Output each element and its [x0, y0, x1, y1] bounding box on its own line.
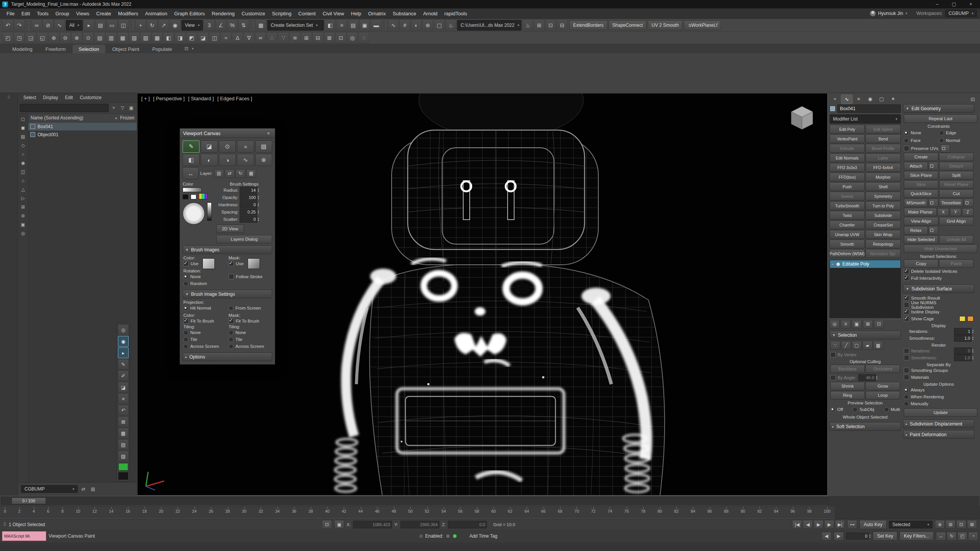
axis-button[interactable]: Z [962, 208, 973, 216]
spinner-arrows[interactable]: ▴▾ [972, 349, 973, 353]
make-planar-button[interactable]: Make Planar [904, 208, 937, 216]
polygon-icon[interactable]: ▰ [862, 341, 872, 350]
constraint-option[interactable]: Edge [939, 129, 973, 136]
modifier-button[interactable]: Symmetry [866, 192, 901, 201]
zoom-tool[interactable]: ⊕ [255, 154, 272, 166]
dialog-title-bar[interactable]: Viewport Canvas × [180, 129, 275, 138]
modifier-button[interactable]: PathDeform (WSM) [830, 249, 865, 258]
close-dialog-icon[interactable]: × [265, 130, 272, 136]
swap-icon[interactable]: ⇄ [80, 485, 87, 493]
filter-lights-icon[interactable]: ◉ [19, 159, 27, 167]
modifier-button[interactable]: Turn to Poly [866, 201, 901, 210]
timeline[interactable]: 0 2 4 6 8 10 12 14 16 18 20 22 24 26 28 [0, 506, 980, 519]
turbosmooth-icon[interactable]: ∆ [232, 32, 243, 43]
edit-geometry-button[interactable]: Slice Plane [904, 171, 938, 179]
select-object-icon[interactable]: ▸ [83, 20, 95, 31]
edit-geometry-button[interactable]: Split [939, 171, 973, 179]
smooth-icon[interactable]: ≈ [220, 32, 232, 43]
blur-tool[interactable]: ≈ [237, 140, 254, 153]
color-palette-icon[interactable]: ▨ [118, 451, 129, 461]
spinner-arrows[interactable]: ▴▾ [972, 336, 973, 341]
curve-editor-icon[interactable]: ∿ [388, 20, 399, 31]
stack-item-editable-poly[interactable]: ▸ Editable Poly [830, 260, 900, 268]
color-fit-to-brush-checkbox[interactable] [183, 318, 189, 324]
edit-geometry-button[interactable]: Collapse [939, 153, 973, 161]
value-slider[interactable] [207, 202, 212, 221]
close-button[interactable]: × [964, 0, 978, 8]
clear-search-icon[interactable]: × [110, 104, 118, 112]
spinner-arrows[interactable]: ▴▾ [258, 188, 259, 192]
ribbon-tab[interactable]: Freeform [39, 45, 72, 53]
outline-icon[interactable]: ▦ [117, 32, 128, 43]
modifier-button[interactable]: Sweep [830, 192, 865, 201]
select-by-name-icon[interactable]: ▤ [95, 20, 106, 31]
pan-tool[interactable]: ↔ [183, 167, 199, 179]
checkbox-icon[interactable] [904, 316, 909, 321]
grow-button[interactable]: Grow [866, 382, 900, 390]
filter-helpers-icon[interactable]: ⌂ [19, 177, 27, 184]
foreground-color-swatch[interactable] [183, 194, 188, 199]
motion-tab-icon[interactable]: ◉ [865, 95, 875, 103]
modifier-button[interactable]: Push [830, 182, 865, 191]
modifier-button[interactable]: Bevel Profile [866, 144, 901, 153]
grid-align-button[interactable]: Grid Align [939, 217, 973, 225]
modifier-button[interactable]: Extrude [830, 144, 865, 153]
loop-button[interactable]: Loop [866, 391, 900, 399]
use-color-image-checkbox[interactable] [183, 261, 189, 266]
unlink-selection-icon[interactable]: ⊘ [42, 20, 54, 31]
tablet-pressure-icon[interactable]: ▦ [246, 169, 256, 178]
rendered-frame-window-icon[interactable]: ▢ [434, 20, 445, 31]
named-selection-sets-dropdown[interactable]: Create Selection Set ▾ [267, 20, 324, 31]
display-toggle-icon[interactable]: ⊟ [557, 20, 568, 31]
filter-spacewarps-icon[interactable]: △ [19, 186, 27, 193]
target-weld-icon[interactable]: ⊖ [60, 32, 71, 43]
hide-unselected-button[interactable]: Hide Unselected [904, 245, 977, 253]
element-icon[interactable]: ▩ [873, 341, 883, 350]
spinner-snap-icon[interactable]: ⇅ [238, 20, 249, 31]
next-frame-button[interactable]: ▶ [834, 532, 844, 541]
relax-brush-icon[interactable]: ▧ [129, 32, 140, 43]
axis-button[interactable]: Y [950, 208, 961, 216]
redo-icon[interactable]: ↷ [14, 20, 25, 31]
update-option-row[interactable]: When Rendering [904, 393, 973, 400]
percent-snap-icon[interactable]: % [227, 20, 238, 31]
viewport-canvas-dialog[interactable]: Viewport Canvas × ✎ ◪ ⊙ ≈ ▨ ◧ ◐ ◑ ∿ [180, 128, 275, 365]
toggle-ribbon-icon[interactable]: ▬ [371, 20, 382, 31]
center-icon[interactable]: ◌ [358, 32, 369, 43]
border-icon[interactable]: ▢ [852, 341, 862, 350]
brush-setting-value[interactable]: 14 [240, 187, 257, 194]
current-frame-field[interactable]: 0 [846, 533, 869, 540]
ribbon-tab[interactable]: Object Paint [106, 45, 145, 53]
toggle-scene-explorer-icon[interactable]: ▣ [359, 20, 370, 31]
add-time-tag[interactable]: Add Time Tag [469, 533, 497, 539]
vertex-icon[interactable]: ∵ [830, 341, 840, 350]
paste-button[interactable]: Paste [939, 259, 973, 268]
shell-icon[interactable]: ∇ [243, 32, 255, 43]
radio-icon[interactable] [853, 407, 858, 412]
enabled-off-dot[interactable] [446, 534, 450, 538]
zoom-extents-icon[interactable]: ⊡ [956, 520, 966, 529]
align-icon[interactable]: ≡ [336, 20, 347, 31]
menu-item[interactable]: Create [93, 9, 114, 18]
collapsed-rollout-header[interactable]: ▸ Paint Deformation [903, 430, 974, 439]
layers-dialog-button[interactable]: Layers Dialog [216, 235, 272, 243]
modifier-button[interactable]: Unwrap UVW [830, 230, 865, 239]
paint-brush-icon[interactable]: ✎ [118, 359, 129, 370]
from-screen-radio[interactable] [229, 306, 234, 311]
hide-selected-button[interactable]: Hide Selected [904, 235, 938, 244]
modifier-button[interactable]: FFD(box) [830, 173, 865, 181]
menu-item[interactable]: Edit [18, 9, 33, 18]
edge-icon[interactable]: ╱ [841, 341, 851, 350]
modifier-button[interactable]: CreaseSet [866, 220, 901, 229]
key-filters-button[interactable]: Key Filters... [900, 531, 934, 541]
layer-explorer-icon[interactable]: ▤ [348, 20, 359, 31]
fill-tool[interactable]: ◧ [183, 154, 199, 166]
explorer-menu-item[interactable]: Select [20, 94, 39, 101]
checkbox-icon[interactable] [904, 368, 909, 373]
filter-groups-icon[interactable]: ▷ [19, 194, 27, 202]
edit-geometry-button[interactable]: Attach [904, 162, 928, 170]
spinner-arrows[interactable]: ▴▾ [972, 355, 973, 360]
mirror-geometry-icon[interactable]: ◧ [163, 32, 174, 43]
brush-setting-value[interactable]: 100 [240, 194, 257, 201]
spinner-arrows[interactable]: ▴▾ [258, 217, 259, 222]
